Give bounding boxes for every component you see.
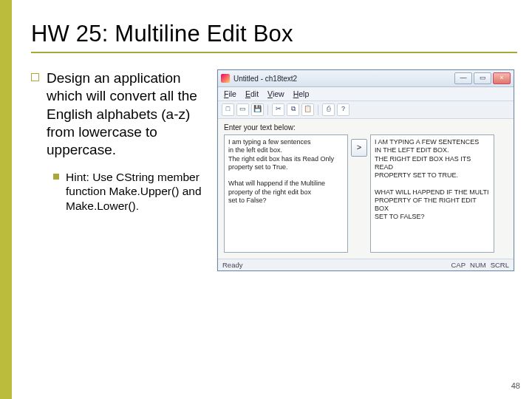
menu-view[interactable]: View: [267, 89, 284, 98]
right-edit-box: I AM TYPING A FEW SENTENCES IN THE LEFT …: [370, 134, 494, 253]
left-edit-box[interactable]: I am typing a few sentences in the left …: [224, 134, 348, 253]
window-title: Untitled - ch18text2: [233, 75, 297, 83]
panes-row: I am typing a few sentences in the left …: [224, 134, 508, 253]
status-left: Ready: [222, 261, 242, 269]
client-area: Enter your text below: I am typing a few…: [218, 119, 514, 259]
status-scrl: SCRL: [491, 261, 509, 269]
minimize-button[interactable]: —: [454, 72, 472, 84]
app-window: Untitled - ch18text2 — ▭ × File Edit Vie…: [217, 69, 514, 271]
status-cap: CAP: [451, 261, 466, 269]
bullet-2-text: Hint: Use CString member function Make.U…: [66, 170, 205, 214]
paste-icon[interactable]: 📋: [301, 103, 314, 116]
menu-help[interactable]: Help: [293, 89, 310, 98]
open-icon[interactable]: ▭: [236, 103, 249, 116]
save-icon[interactable]: 💾: [251, 103, 264, 116]
prompt-label: Enter your text below:: [224, 123, 508, 132]
bullet-level-1: Design an application which will convert…: [31, 69, 205, 160]
titlebar: Untitled - ch18text2 — ▭ ×: [218, 70, 514, 87]
slide-body: HW 25: Multiline Edit Box Design an appl…: [12, 0, 532, 399]
menu-file[interactable]: File: [224, 89, 236, 98]
bullet-1-text: Design an application which will convert…: [47, 69, 205, 160]
accent-bar: [0, 0, 12, 399]
status-right: CAP NUM SCRL: [451, 261, 509, 269]
menubar: File Edit View Help: [218, 87, 514, 101]
close-button[interactable]: ×: [493, 72, 511, 84]
app-icon: [221, 74, 230, 83]
titlebar-left: Untitled - ch18text2: [221, 74, 297, 83]
bullet-level-2: Hint: Use CString member function Make.U…: [53, 170, 205, 214]
app-column: Untitled - ch18text2 — ▭ × File Edit Vie…: [217, 69, 517, 271]
maximize-button[interactable]: ▭: [474, 72, 491, 84]
copy-icon[interactable]: ⧉: [287, 103, 299, 116]
bullet-icon: [31, 73, 39, 81]
cut-icon[interactable]: ✂: [272, 103, 284, 116]
body-row: Design an application which will convert…: [31, 69, 517, 271]
toolbar-separator: [318, 105, 318, 115]
statusbar: Ready CAP NUM SCRL: [218, 259, 514, 270]
page-number: 48: [511, 381, 520, 390]
toolbar-separator: [267, 105, 268, 115]
window-buttons: — ▭ ×: [454, 72, 511, 84]
toolbar: □ ▭ 💾 ✂ ⧉ 📋 ⎙ ?: [218, 101, 514, 119]
print-icon[interactable]: ⎙: [322, 103, 335, 116]
bullet-icon: [53, 174, 59, 180]
text-column: Design an application which will convert…: [31, 69, 205, 271]
slide-title: HW 25: Multiline Edit Box: [31, 21, 517, 53]
status-num: NUM: [470, 261, 486, 269]
new-icon[interactable]: □: [222, 103, 234, 116]
menu-edit[interactable]: Edit: [245, 89, 259, 98]
help-icon[interactable]: ?: [337, 103, 349, 116]
convert-button[interactable]: >: [351, 139, 367, 157]
